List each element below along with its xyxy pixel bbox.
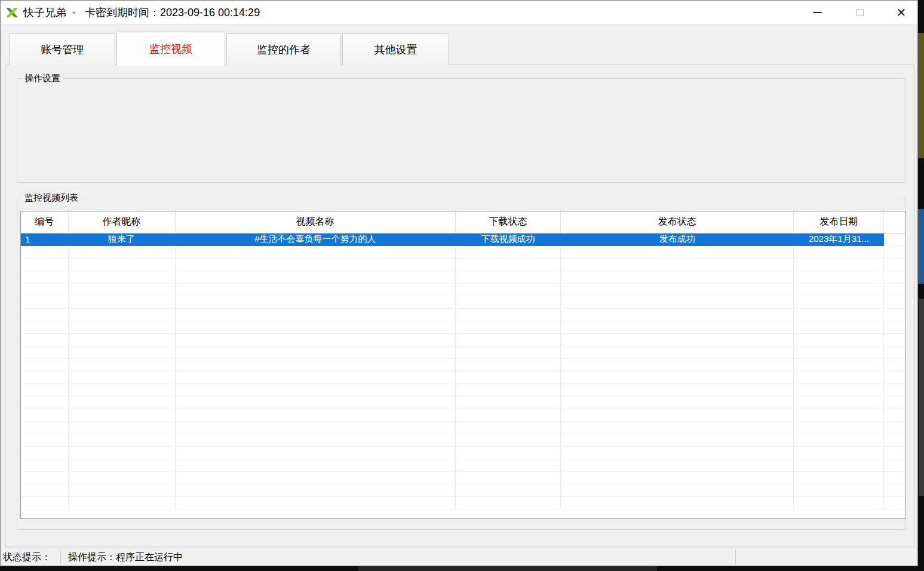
column-header[interactable]: 发布状态 [561, 211, 794, 233]
status-label: 状态提示： [3, 551, 51, 564]
window-title: 快子兄弟 - 卡密到期时间：2023-09-16 00:14:29 [23, 5, 260, 20]
table-empty-row [21, 409, 905, 421]
app-window: 快子兄弟 - 卡密到期时间：2023-09-16 00:14:29 ✕ 账号管理… [0, 0, 918, 566]
desktop-artifact [918, 209, 924, 284]
tab-account-management[interactable]: 账号管理 [10, 33, 115, 65]
minimize-icon [813, 12, 822, 13]
table-row[interactable]: 1狼来了#生活不会辜负每一个努力的人下载视频成功发布成功2023年1月31... [21, 233, 905, 245]
table-empty-row [21, 434, 905, 446]
table-header-row: 编号作者昵称视频名称下载状态发布状态发布日期 [21, 211, 905, 233]
column-header[interactable]: 下载状态 [455, 211, 560, 233]
table-empty-row [21, 333, 905, 346]
table-cell: 狼来了 [68, 233, 175, 245]
desktop-artifact [919, 299, 924, 496]
video-table: 编号作者昵称视频名称下载状态发布状态发布日期1狼来了#生活不会辜负每一个努力的人… [21, 211, 905, 509]
statusbar-divider [735, 549, 736, 565]
minimize-button[interactable] [803, 1, 831, 24]
table-empty-row [21, 471, 905, 484]
table-empty-row [21, 321, 905, 333]
app-logo-icon [5, 5, 19, 20]
table-cell: 2023年1月31... [794, 233, 884, 245]
table-empty-row [21, 308, 905, 321]
video-table-container: 编号作者昵称视频名称下载状态发布状态发布日期1狼来了#生活不会辜负每一个努力的人… [20, 211, 906, 519]
table-cell: 发布成功 [561, 233, 794, 245]
table-empty-row [21, 258, 905, 271]
table-empty-row [21, 346, 905, 358]
group-title: 监控视频列表 [22, 192, 81, 204]
table-empty-row [21, 459, 905, 471]
operation-settings-group: 操作设置 [17, 78, 906, 183]
table-empty-row [21, 271, 905, 283]
column-header[interactable]: 发布日期 [794, 211, 884, 233]
table-empty-row [21, 496, 905, 509]
table-empty-row [21, 245, 905, 258]
maximize-icon [856, 9, 864, 16]
column-header[interactable]: 视频名称 [175, 211, 455, 233]
table-empty-row [21, 396, 905, 409]
column-header[interactable]: 编号 [21, 211, 68, 233]
statusbar-divider [60, 549, 61, 565]
column-header-filler [884, 211, 905, 233]
column-header[interactable]: 作者昵称 [68, 211, 175, 233]
table-empty-row [21, 383, 905, 396]
table-empty-row [21, 421, 905, 434]
tab-other-settings[interactable]: 其他设置 [342, 33, 449, 65]
desktop-artifact [358, 566, 657, 571]
table-empty-row [21, 358, 905, 371]
desktop-background: 快子兄弟 - 卡密到期时间：2023-09-16 00:14:29 ✕ 账号管理… [0, 0, 924, 571]
table-cell-filler [884, 233, 905, 245]
desktop-artifact [917, 33, 924, 158]
table-empty-row [21, 371, 905, 383]
table-empty-row [21, 484, 905, 496]
tab-monitored-authors[interactable]: 监控的作者 [226, 33, 341, 65]
table-cell: 1 [21, 233, 68, 245]
table-empty-row [21, 296, 905, 308]
status-bar: 状态提示： 操作提示：程序正在运行中 [1, 548, 917, 566]
maximize-button[interactable] [846, 1, 873, 24]
table-cell: 下载视频成功 [455, 233, 560, 245]
table-empty-row [21, 446, 905, 459]
close-button[interactable]: ✕ [888, 1, 915, 24]
table-empty-row [21, 283, 905, 296]
titlebar: 快子兄弟 - 卡密到期时间：2023-09-16 00:14:29 ✕ [1, 1, 917, 24]
group-title: 操作设置 [22, 73, 63, 84]
table-cell: #生活不会辜负每一个努力的人 [175, 233, 455, 245]
operation-hint: 操作提示：程序正在运行中 [68, 551, 183, 564]
tab-monitor-videos[interactable]: 监控视频 [116, 32, 225, 66]
